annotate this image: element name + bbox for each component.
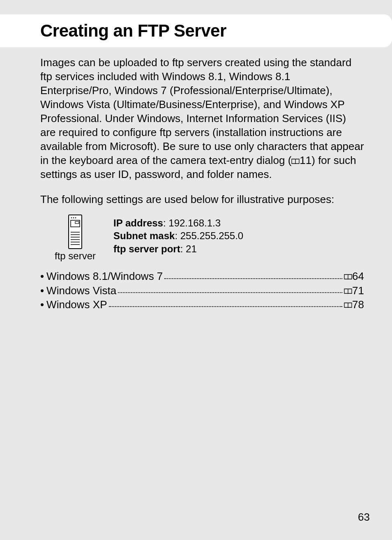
page: Creating an FTP Server Images can be upl… (0, 0, 392, 540)
toc-row: • Windows Vista 71 (40, 284, 364, 298)
server-illustration: ftp server (53, 214, 98, 262)
toc-page: 71 (352, 284, 364, 298)
server-caption: ftp server (55, 250, 96, 262)
book-icon (344, 302, 352, 308)
settings-row: ftp server IP address: 192.168.1.3 Subne… (53, 214, 364, 262)
toc-row: • Windows 8.1/Windows 7 64 (40, 269, 364, 283)
setting-ip-value: : 192.168.1.3 (163, 217, 221, 228)
toc-leader-dots (164, 278, 342, 279)
bullet-icon: • (40, 269, 44, 283)
setting-mask-label: Subnet mask (113, 230, 175, 241)
setting-ip-label: IP address (113, 217, 163, 228)
setting-ip: IP address: 192.168.1.3 (113, 217, 243, 229)
server-tower-icon (68, 214, 83, 249)
intro-text-before: Images can be uploaded to ftp servers cr… (40, 56, 364, 166)
toc-label: Windows 8.1/Windows 7 (46, 269, 163, 283)
book-icon (291, 159, 300, 164)
setting-mask: Subnet mask: 255.255.255.0 (113, 229, 243, 242)
book-icon (344, 274, 352, 280)
setting-mask-value: : 255.255.255.0 (175, 230, 243, 241)
bullet-icon: • (40, 298, 44, 312)
setting-port: ftp server port: 21 (113, 242, 243, 255)
setting-port-label: ftp server port (113, 243, 180, 254)
book-icon (344, 288, 352, 294)
toc-row: • Windows XP 78 (40, 298, 364, 312)
title-bar: Creating an FTP Server (0, 14, 392, 47)
toc-leader-dots (118, 292, 342, 293)
setting-port-value: : 21 (180, 243, 197, 254)
toc-page: 64 (352, 269, 364, 283)
page-title: Creating an FTP Server (40, 21, 226, 41)
intro-paragraph: Images can be uploaded to ftp servers cr… (40, 55, 364, 181)
page-number: 63 (358, 511, 370, 524)
illustrative-label: The following settings are used below fo… (40, 193, 364, 207)
svg-point-2 (73, 217, 74, 219)
svg-point-3 (75, 217, 76, 219)
toc: • Windows 8.1/Windows 7 64 • Windows Vis… (40, 269, 364, 312)
settings-list: IP address: 192.168.1.3 Subnet mask: 255… (113, 214, 243, 255)
svg-point-1 (71, 217, 72, 219)
content-area: Images can be uploaded to ftp servers cr… (40, 55, 364, 312)
toc-label: Windows XP (46, 298, 107, 312)
intro-ref-num: 11 (300, 154, 311, 166)
toc-leader-dots (109, 306, 343, 307)
toc-label: Windows Vista (46, 284, 116, 298)
toc-page: 78 (352, 298, 364, 312)
bullet-icon: • (40, 284, 44, 298)
